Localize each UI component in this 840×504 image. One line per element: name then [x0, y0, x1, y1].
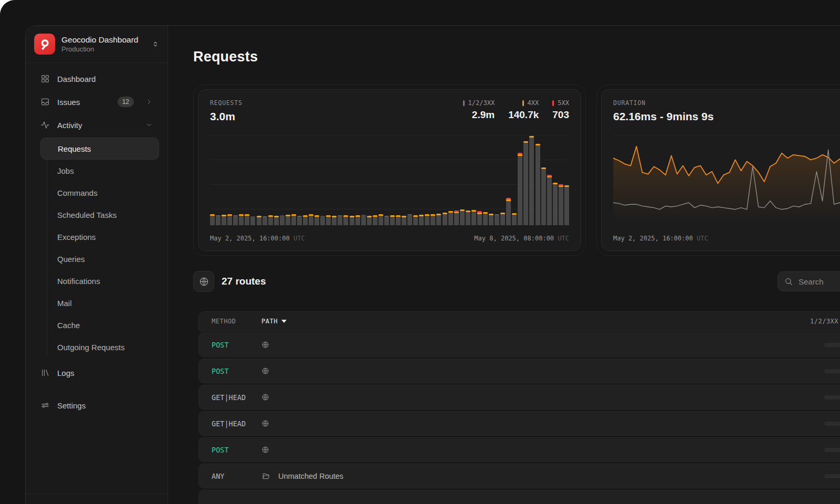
chart-bar: [379, 214, 383, 225]
chart-bar: [222, 215, 226, 225]
duration-card-ring: DURATION 62.16ms - 9mins 9s May 2, 2025,…: [596, 85, 840, 256]
legend-value: 2.9m: [472, 109, 495, 121]
route-row-post[interactable]: POST: [198, 437, 840, 462]
column-status: 1/2/3XX: [810, 318, 838, 325]
chart-bar: [454, 211, 459, 225]
chart-bar: [343, 215, 348, 225]
chevron-down-icon: [145, 121, 153, 129]
chart-bar: [436, 214, 441, 225]
logs-icon: [40, 368, 50, 377]
sidebar-nav: DashboardIssues12ActivityRequestsJobsCom…: [26, 63, 167, 494]
route-row-post[interactable]: POST: [198, 359, 840, 383]
legend-label: 1/2/3XX: [468, 99, 495, 107]
chart-bar: [257, 216, 261, 225]
sidebar-item-jobs[interactable]: Jobs: [34, 160, 159, 182]
sidebar-item-settings[interactable]: Settings: [34, 394, 159, 417]
activity-sub-nav: RequestsJobsCommandsScheduled TasksExcep…: [34, 138, 159, 358]
chart-bar: [564, 185, 569, 225]
app-frame: Geocodio Dashboard Production DashboardI…: [0, 0, 840, 504]
sidebar-item-cache[interactable]: Cache: [34, 314, 159, 336]
sidebar-item-activity[interactable]: Activity: [34, 113, 159, 136]
chart-bar: [361, 215, 366, 225]
chart-bar: [559, 184, 563, 225]
search-box[interactable]: [778, 271, 840, 291]
column-path-sort[interactable]: PATH: [261, 318, 287, 325]
route-path-label: Unmatched Routes: [278, 472, 343, 480]
chevron-up-down-icon: [152, 40, 159, 48]
page-title: Requests: [193, 49, 258, 65]
chart-bar: [547, 175, 552, 225]
method-label: GET|HEAD: [212, 419, 261, 428]
routes-table: METHOD PATH 1/2/3XX POSTPOSTGET|HEADGET|…: [198, 311, 840, 504]
sidebar-item-outgoing-requests[interactable]: Outgoing Requests: [34, 336, 159, 358]
chart-bar: [338, 215, 342, 225]
sidebar-item-requests[interactable]: Requests: [40, 138, 159, 160]
chart-bar: [350, 216, 354, 225]
sidebar-item-label: Settings: [57, 401, 86, 410]
route-row-get-head[interactable]: GET|HEAD: [198, 411, 840, 436]
chart-bar: [518, 153, 522, 225]
chart-bar: [500, 213, 505, 225]
chart-bar: [303, 215, 308, 225]
x-axis-start-label: May 2, 2025, 16:00:00 UTC: [613, 235, 708, 242]
routes-table-body: POSTPOSTGET|HEADGET|HEADPOSTANYUnmatched…: [198, 332, 840, 504]
sidebar-item-exceptions[interactable]: Exceptions: [34, 226, 159, 248]
sidebar-item-notifications[interactable]: Notifications: [34, 270, 159, 292]
x-axis-end-label: May 8, 2025, 08:00:00 UTC: [474, 235, 569, 242]
route-row-get-head[interactable]: GET|HEAD: [198, 385, 840, 410]
chart-bar: [250, 216, 255, 225]
sidebar-item-issues[interactable]: Issues12: [34, 90, 159, 113]
globe-icon: [261, 393, 269, 401]
legend-value: 703: [552, 109, 569, 121]
chart-bar: [523, 141, 528, 225]
workspace-environment: Production: [61, 45, 145, 53]
redacted-status: [824, 422, 840, 426]
route-row-post[interactable]: POST: [198, 332, 840, 357]
folder-icon: [261, 472, 270, 480]
app-window: Geocodio Dashboard Production DashboardI…: [25, 25, 840, 504]
globe-icon: [261, 367, 269, 375]
sidebar-item-label: Activity: [57, 121, 82, 130]
search-input[interactable]: [797, 277, 840, 287]
requests-card-value: 3.0m: [210, 110, 243, 123]
chart-bar: [274, 216, 279, 225]
route-row[interactable]: [198, 490, 840, 504]
routes-header: 27 routes: [193, 271, 266, 291]
legend-marker: [552, 100, 554, 106]
requests-summary: REQUESTS 3.0m: [210, 99, 243, 123]
geocodio-logo: [34, 34, 55, 55]
chart-bar: [425, 214, 429, 225]
globe-icon: [261, 341, 269, 349]
chart-bar: [297, 216, 302, 225]
sidebar-item-queries[interactable]: Queries: [34, 248, 159, 270]
chart-bar: [320, 216, 325, 225]
sidebar-item-logs[interactable]: Logs: [34, 361, 159, 384]
chart-bar: [227, 214, 232, 225]
chart-bar: [443, 213, 447, 225]
sidebar-item-label: Dashboard: [57, 75, 96, 83]
issues-count-badge: 12: [118, 97, 134, 107]
grid-icon: [40, 74, 50, 83]
chart-bar: [314, 215, 319, 225]
legend-marker: [463, 100, 465, 106]
chart-bar: [390, 215, 395, 225]
chart-bar: [268, 215, 273, 225]
chart-bar: [529, 136, 534, 225]
main-content: Requests REQUESTS 3.0m 1/2/3XX2.9m4XX140…: [168, 26, 840, 504]
sidebar-item-label: Issues: [57, 98, 80, 107]
chart-bar: [373, 215, 377, 225]
chart-bar: [419, 215, 424, 225]
user-menu[interactable]: Mathias Hansen: [26, 494, 167, 504]
workspace-switcher[interactable]: Geocodio Dashboard Production: [26, 26, 167, 63]
sidebar-item-scheduled-tasks[interactable]: Scheduled Tasks: [34, 204, 159, 226]
requests-card-label: REQUESTS: [210, 99, 243, 107]
method-label: POST: [212, 367, 261, 375]
chart-bar: [483, 212, 488, 225]
chart-bar: [536, 144, 540, 225]
legend-label: 4XX: [528, 99, 539, 107]
sidebar-item-mail[interactable]: Mail: [34, 292, 159, 314]
sidebar-item-commands[interactable]: Commands: [34, 182, 159, 204]
sidebar-item-dashboard[interactable]: Dashboard: [34, 67, 159, 90]
route-row-any[interactable]: ANYUnmatched Routes: [198, 464, 840, 488]
method-label: POST: [212, 446, 261, 454]
